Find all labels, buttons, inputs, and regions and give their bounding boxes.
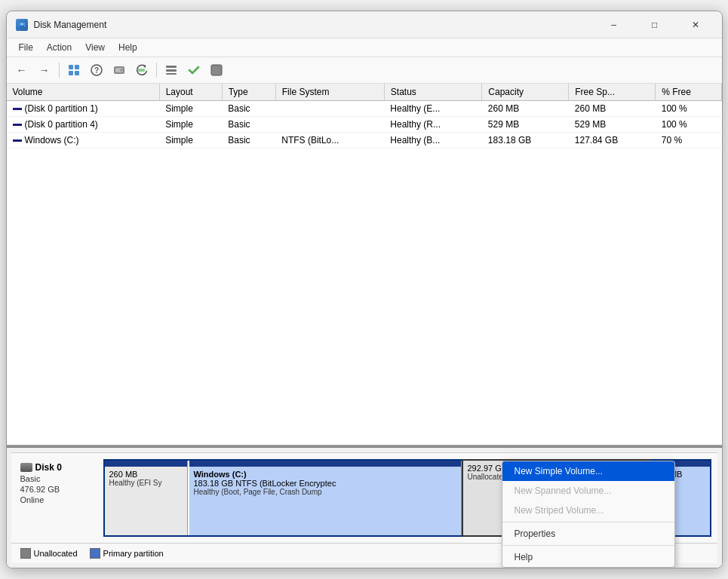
window-title: Disk Management (34, 20, 597, 30)
svg-text:?: ? (94, 66, 98, 75)
cell-fs: NTFS (BitLo... (275, 133, 384, 149)
cell-status: Healthy (R... (384, 117, 482, 133)
toolbar-btn-grid[interactable] (63, 60, 84, 80)
svg-rect-17 (211, 65, 222, 75)
menu-file[interactable]: File (13, 40, 39, 55)
ctx-new-striped[interactable]: New Striped Volume... (502, 501, 674, 520)
col-type: Type (222, 84, 275, 101)
cell-fs (275, 101, 384, 117)
col-pct: % Free (656, 84, 721, 101)
content-area: Volume Layout Type File System Status Ca… (7, 84, 722, 568)
cell-layout: Simple (159, 117, 222, 133)
cell-capacity: 183.18 GB (482, 133, 569, 149)
maximize-button[interactable]: □ (637, 14, 672, 36)
svg-point-11 (120, 69, 123, 72)
svg-point-2 (20, 23, 23, 25)
toolbar-btn-disk[interactable] (109, 60, 130, 80)
window-controls: – □ ✕ (597, 14, 713, 36)
cell-type: Basic (222, 101, 275, 117)
ctx-properties[interactable]: Properties (502, 524, 674, 544)
legend-unallocated-label: Unallocated (34, 549, 78, 558)
toolbar-btn-block[interactable] (206, 60, 227, 80)
app-icon (16, 19, 28, 31)
disk-management-window: Disk Management – □ ✕ File Action View H… (6, 11, 723, 568)
svg-rect-14 (166, 66, 177, 68)
svg-rect-3 (69, 65, 73, 69)
disk-graphical-view: Disk 0 Basic 476.92 GB Online 260 MB Hea… (11, 452, 717, 543)
col-layout: Layout (159, 84, 222, 101)
menu-view[interactable]: View (79, 40, 111, 55)
cell-type: Basic (222, 117, 275, 133)
legend-primary: Primary partition (90, 548, 164, 559)
back-button[interactable]: ← (11, 60, 32, 80)
cell-fs (275, 117, 384, 133)
cell-volume: (Disk 0 partition 1) (7, 101, 160, 117)
menu-action[interactable]: Action (41, 40, 78, 55)
cell-free: 127.84 GB (569, 133, 656, 149)
toolbar: ← → ? (7, 57, 722, 84)
cell-capacity: 529 MB (482, 117, 569, 133)
cell-volume: Windows (C:) (7, 133, 160, 149)
ctx-separator-1 (502, 522, 674, 522)
col-status: Status (384, 84, 482, 101)
disk-drive-icon (20, 463, 32, 472)
svg-rect-1 (20, 26, 24, 27)
col-volume: Volume (7, 84, 160, 101)
svg-rect-16 (166, 73, 177, 75)
disk-name: Disk 0 (20, 462, 97, 473)
table-row[interactable]: (Disk 0 partition 4) Simple Basic Health… (7, 117, 722, 133)
toolbar-separator-2 (156, 63, 157, 78)
table-row[interactable]: (Disk 0 partition 1) Simple Basic Health… (7, 101, 722, 117)
cell-layout: Simple (159, 133, 222, 149)
disk-type: Basic (20, 474, 97, 483)
context-menu: New Simple Volume... New Spanned Volume.… (502, 461, 675, 568)
disk-status: Online (20, 495, 97, 504)
ctx-new-spanned[interactable]: New Spanned Volume... (502, 481, 674, 501)
cell-capacity: 260 MB (482, 101, 569, 117)
svg-rect-4 (75, 65, 79, 69)
ctx-separator-2 (502, 545, 674, 546)
svg-rect-13 (137, 69, 145, 72)
partition-efi[interactable]: 260 MB Healthy (EFI Sy (105, 461, 188, 535)
cell-free: 260 MB (569, 101, 656, 117)
svg-rect-15 (166, 69, 177, 72)
cell-pct: 100 % (656, 117, 721, 133)
menu-bar: File Action View Help (7, 38, 722, 57)
partition-windows[interactable]: Windows (C:) 183.18 GB NTFS (BitLocker E… (189, 461, 462, 535)
col-free: Free Sp... (569, 84, 656, 101)
partition-header-windows (189, 461, 461, 467)
cell-status: Healthy (B... (384, 133, 482, 149)
close-button[interactable]: ✕ (678, 14, 713, 36)
toolbar-separator-1 (59, 63, 60, 78)
forward-button[interactable]: → (34, 60, 55, 80)
cell-pct: 70 % (656, 133, 721, 149)
menu-help[interactable]: Help (112, 40, 143, 55)
legend-primary-box (90, 548, 100, 559)
disk-label: Disk 0 Basic 476.92 GB Online (17, 459, 100, 537)
ctx-help[interactable]: Help (502, 547, 674, 567)
minimize-button[interactable]: – (597, 14, 631, 36)
cell-pct: 100 % (656, 101, 721, 117)
ctx-new-simple[interactable]: New Simple Volume... (502, 461, 674, 481)
cell-status: Healthy (E... (384, 101, 482, 117)
toolbar-btn-list[interactable] (161, 60, 182, 80)
legend-unallocated: Unallocated (20, 548, 78, 559)
volume-table: Volume Layout Type File System Status Ca… (7, 84, 722, 149)
cell-free: 529 MB (569, 117, 656, 133)
cell-volume: (Disk 0 partition 4) (7, 117, 160, 133)
legend-primary-label: Primary partition (103, 549, 164, 558)
col-filesystem: File System (275, 84, 384, 101)
cell-layout: Simple (159, 101, 222, 117)
disk-size: 476.92 GB (20, 485, 97, 494)
legend-unallocated-box (20, 548, 31, 559)
partition-header-efi (105, 461, 187, 467)
cell-type: Basic (222, 133, 275, 149)
svg-rect-5 (69, 71, 73, 75)
toolbar-btn-refresh[interactable] (131, 60, 152, 80)
table-row[interactable]: Windows (C:) Simple Basic NTFS (BitLo...… (7, 133, 722, 149)
toolbar-btn-help[interactable]: ? (86, 60, 107, 80)
svg-rect-6 (75, 71, 79, 75)
toolbar-btn-check[interactable] (183, 60, 204, 80)
volume-list: Volume Layout Type File System Status Ca… (7, 84, 722, 446)
title-bar: Disk Management – □ ✕ (7, 11, 722, 38)
